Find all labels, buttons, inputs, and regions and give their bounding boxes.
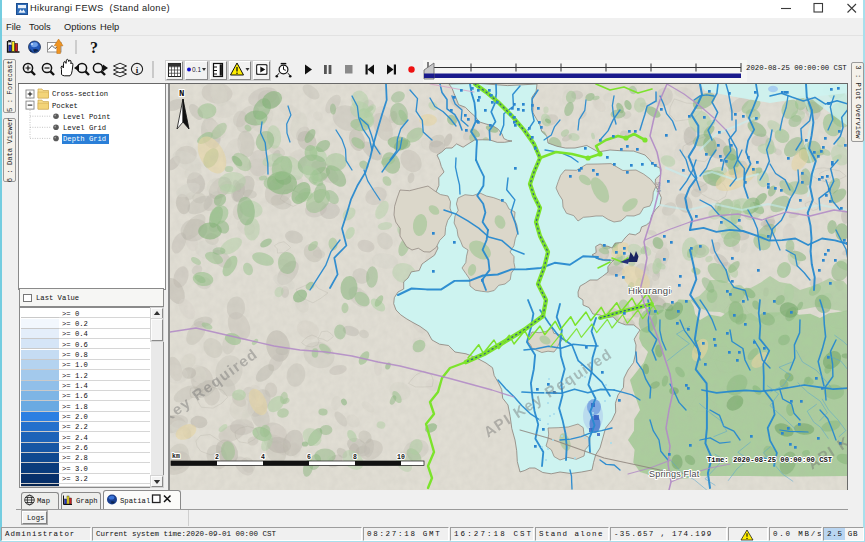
svg-text:6: 6 — [307, 454, 311, 461]
svg-text:Hikurangi: Hikurangi — [628, 285, 671, 296]
svg-text:4: 4 — [261, 454, 265, 461]
svg-text:Springs Flat: Springs Flat — [649, 469, 700, 479]
svg-text:SH1: SH1 — [654, 182, 662, 194]
svg-text:Time: 2020-08-25 00:00:00 CST: Time: 2020-08-25 00:00:00 CST — [707, 456, 833, 464]
svg-text:8: 8 — [353, 454, 357, 461]
svg-text:2: 2 — [215, 454, 219, 461]
svg-text:10: 10 — [397, 454, 405, 461]
